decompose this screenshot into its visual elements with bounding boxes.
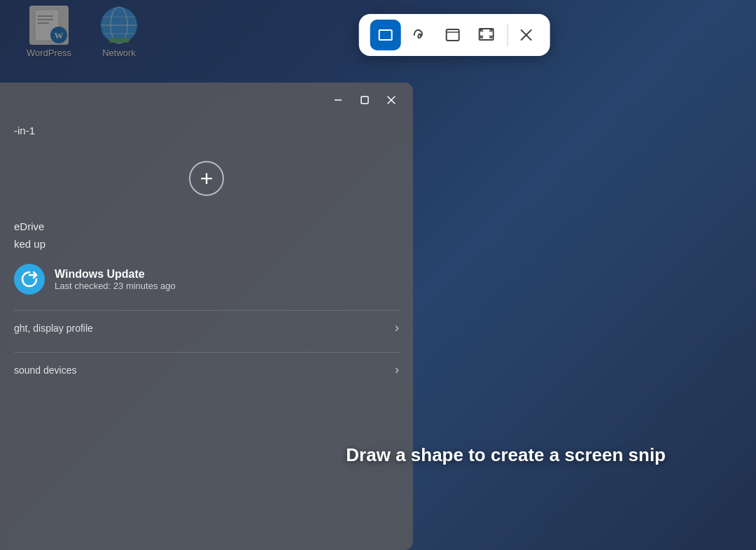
display-chevron-icon: › <box>395 320 399 335</box>
sound-section-row[interactable]: sound devices › <box>14 352 399 387</box>
windows-update-title: Windows Update <box>55 268 176 281</box>
display-section-row[interactable]: ght, display profile › <box>14 310 399 345</box>
panel-close-button[interactable] <box>381 90 402 111</box>
fullscreen-snip-button[interactable] <box>471 20 502 50</box>
panel-partial-kedup: ked up <box>14 238 399 250</box>
windows-update-subtitle: Last checked: 23 minutes ago <box>55 281 176 291</box>
windows-update-info: Windows Update Last checked: 23 minutes … <box>55 268 176 291</box>
display-section-label: ght, display profile <box>14 323 93 334</box>
svg-rect-15 <box>447 29 459 41</box>
panel-partial-edrive: eDrive <box>14 220 399 232</box>
panel-minimize-button[interactable] <box>328 90 349 111</box>
plus-area: + <box>14 150 399 206</box>
windows-update-row[interactable]: Windows Update Last checked: 23 minutes … <box>14 255 399 303</box>
panel-content: -in-1 + eDrive ked up Windows Upd <box>0 118 413 394</box>
window-snip-button[interactable] <box>438 20 468 50</box>
panel-maximize-button[interactable] <box>354 90 375 111</box>
panel-partial-text-1: -in-1 <box>14 125 399 136</box>
snip-toolbar <box>359 14 550 56</box>
panel-titlebar <box>0 83 413 118</box>
sound-section-label: sound devices <box>14 365 77 376</box>
freeform-snip-button[interactable] <box>404 20 435 50</box>
windows-panel: -in-1 + eDrive ked up Windows Upd <box>0 83 413 550</box>
svg-rect-14 <box>379 30 392 40</box>
sound-chevron-icon: › <box>395 362 399 377</box>
svg-rect-21 <box>361 97 368 104</box>
windows-update-icon <box>14 264 45 295</box>
snip-toolbar-close-button[interactable] <box>514 22 539 48</box>
toolbar-divider <box>507 24 508 46</box>
add-button[interactable]: + <box>189 161 224 196</box>
rect-snip-button[interactable] <box>370 20 401 50</box>
